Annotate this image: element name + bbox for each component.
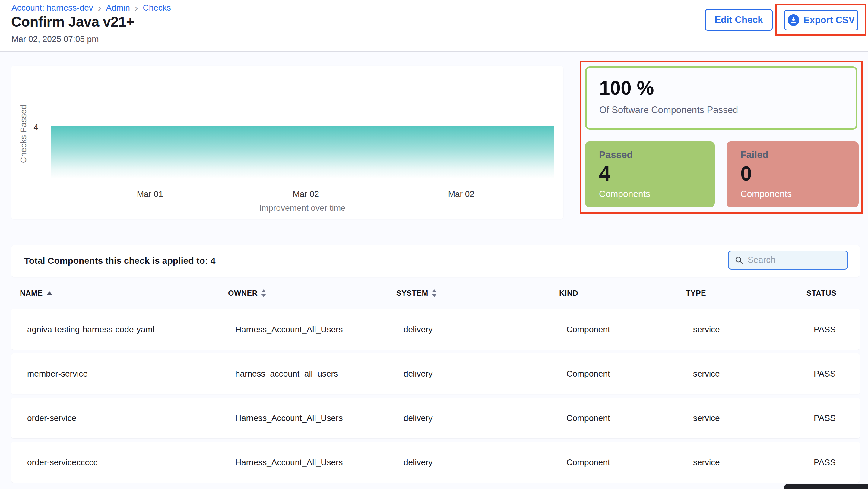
cell-kind: Component <box>566 458 693 467</box>
chart-x-tick: Mar 02 <box>448 189 474 199</box>
chart-caption: Improvement over time <box>51 203 554 213</box>
failed-unit: Components <box>740 189 859 199</box>
column-header-name[interactable]: NAME <box>20 289 228 298</box>
breadcrumb-admin-link[interactable]: Admin <box>106 3 130 13</box>
cell-owner: harness_account_all_users <box>235 369 404 379</box>
cell-name: order-service <box>27 413 235 423</box>
edit-check-label: Edit Check <box>714 14 763 25</box>
annotation-box-stats: 100 % Of Software Components Passed Pass… <box>580 61 863 214</box>
failed-value: 0 <box>740 163 859 184</box>
column-header-system[interactable]: SYSTEM <box>396 289 559 298</box>
cell-status: PASS <box>814 413 860 423</box>
page-title: Confirm Java v21+ <box>11 13 134 30</box>
search-input[interactable] <box>748 255 861 265</box>
cell-type: service <box>693 413 814 423</box>
breadcrumb-account-link[interactable]: Account: harness-dev <box>11 3 93 13</box>
chart-x-tick: Mar 02 <box>293 189 319 199</box>
failed-label: Failed <box>740 149 859 160</box>
checks-detail-page: Account: harness-dev › Admin › Checks Co… <box>0 0 868 489</box>
cell-status: PASS <box>814 458 860 467</box>
failed-card: Failed 0 Components <box>726 141 859 207</box>
passed-label: Passed <box>599 149 715 160</box>
chart-x-axis: Mar 01 Mar 02 Mar 02 <box>51 189 554 200</box>
cell-name: order-serviceccccc <box>27 458 235 467</box>
percent-passed-value: 100 % <box>599 77 856 99</box>
chart-x-tick: Mar 01 <box>137 189 163 199</box>
sort-icon <box>432 289 437 297</box>
passed-card: Passed 4 Components <box>585 141 715 207</box>
chevron-right-icon: › <box>135 4 138 12</box>
stats-panel: 100 % Of Software Components Passed Pass… <box>581 62 861 212</box>
cell-type: service <box>693 325 814 334</box>
cell-type: service <box>693 458 814 467</box>
table-row[interactable]: agniva-testing-harness-code-yaml Harness… <box>11 309 860 350</box>
table-row[interactable]: order-serviceccccc Harness_Account_All_U… <box>11 442 860 483</box>
components-summary-bar: Total Components this check is applied t… <box>11 245 860 277</box>
breadcrumb: Account: harness-dev › Admin › Checks <box>11 3 171 13</box>
cell-system: delivery <box>404 413 566 423</box>
cell-system: delivery <box>404 369 566 379</box>
table-row[interactable]: member-service harness_account_all_users… <box>11 353 860 394</box>
column-header-owner[interactable]: OWNER <box>228 289 396 298</box>
chart-y-axis-label: Checks Passed <box>19 89 28 179</box>
components-table-body: agniva-testing-harness-code-yaml Harness… <box>11 309 860 486</box>
cell-type: service <box>693 369 814 379</box>
percent-passed-caption: Of Software Components Passed <box>599 105 856 116</box>
search-box[interactable] <box>728 251 848 269</box>
cell-kind: Component <box>566 369 693 379</box>
cell-status: PASS <box>814 325 860 334</box>
total-components-text: Total Components this check is applied t… <box>24 256 216 266</box>
sort-ascending-icon <box>46 291 53 295</box>
chart-y-tick: 4 <box>23 122 38 132</box>
check-timestamp: Mar 02, 2025 07:05 pm <box>11 34 99 44</box>
column-header-status: STATUS <box>806 289 860 298</box>
cell-status: PASS <box>814 369 860 379</box>
page-header: Account: harness-dev › Admin › Checks Co… <box>0 0 868 52</box>
column-header-type: TYPE <box>686 289 806 298</box>
cell-kind: Component <box>566 325 693 334</box>
sort-icon <box>261 289 266 297</box>
cell-system: delivery <box>404 458 566 467</box>
passed-value: 4 <box>599 163 715 184</box>
checks-passed-chart-card: Checks Passed 4 Mar 01 Mar 02 Mar 02 Imp… <box>11 66 563 219</box>
area-chart-series <box>51 126 554 179</box>
passed-unit: Components <box>599 189 715 199</box>
column-header-kind: KIND <box>559 289 686 298</box>
cell-owner: Harness_Account_All_Users <box>235 413 404 423</box>
table-header-row: NAME OWNER SYSTEM KIND TYPE STATUS <box>11 277 860 309</box>
cell-owner: Harness_Account_All_Users <box>235 325 404 334</box>
table-row[interactable]: order-service Harness_Account_All_Users … <box>11 398 860 438</box>
cell-name: agniva-testing-harness-code-yaml <box>27 325 235 334</box>
help-widget-peek[interactable] <box>784 484 868 489</box>
cell-kind: Component <box>566 413 693 423</box>
cell-owner: Harness_Account_All_Users <box>235 458 404 467</box>
annotation-box-export <box>775 4 866 36</box>
cell-system: delivery <box>404 325 566 334</box>
percent-passed-card: 100 % Of Software Components Passed <box>585 66 858 130</box>
search-icon <box>734 256 743 265</box>
edit-check-button[interactable]: Edit Check <box>705 9 773 31</box>
chevron-right-icon: › <box>98 4 101 12</box>
breadcrumb-checks-link[interactable]: Checks <box>143 3 171 13</box>
cell-name: member-service <box>27 369 235 379</box>
